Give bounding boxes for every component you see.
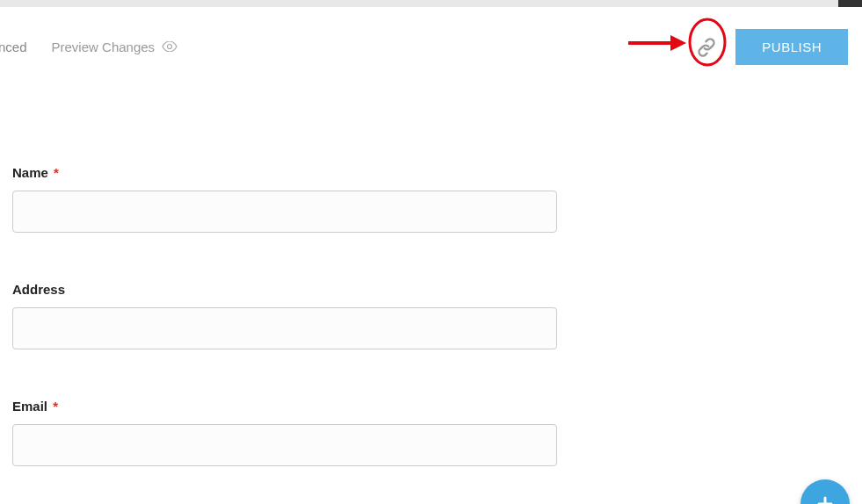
top-bar-strip bbox=[0, 0, 862, 7]
eye-icon bbox=[162, 41, 177, 52]
address-input[interactable] bbox=[12, 307, 557, 349]
link-icon bbox=[695, 36, 718, 59]
header-row: nced Preview Changes PUBLISH bbox=[0, 7, 862, 60]
email-input[interactable] bbox=[12, 424, 557, 466]
field-label-text: Email bbox=[12, 399, 47, 414]
header-actions: PUBLISH bbox=[693, 29, 848, 65]
form-area: Name * Address Email * bbox=[0, 60, 571, 466]
form-field-email: Email * bbox=[12, 399, 571, 466]
add-fab-button[interactable] bbox=[800, 479, 850, 504]
preview-changes-label: Preview Changes bbox=[52, 40, 156, 54]
field-label-text: Name bbox=[12, 165, 48, 180]
preview-changes-button[interactable]: Preview Changes bbox=[52, 40, 178, 54]
plus-icon bbox=[815, 493, 836, 504]
link-button[interactable] bbox=[693, 34, 720, 61]
required-mark: * bbox=[53, 399, 58, 414]
form-field-address: Address bbox=[12, 282, 571, 349]
tab-advanced-partial[interactable]: nced bbox=[0, 40, 27, 54]
form-field-name: Name * bbox=[12, 165, 571, 233]
field-label-address: Address bbox=[12, 282, 571, 297]
field-label-text: Address bbox=[12, 282, 65, 297]
svg-point-0 bbox=[168, 45, 172, 49]
name-input[interactable] bbox=[12, 191, 557, 233]
field-label-email: Email * bbox=[12, 399, 571, 414]
required-mark: * bbox=[54, 165, 59, 180]
top-bar-dark-segment bbox=[838, 0, 862, 7]
publish-button[interactable]: PUBLISH bbox=[735, 29, 848, 65]
field-label-name: Name * bbox=[12, 165, 571, 180]
